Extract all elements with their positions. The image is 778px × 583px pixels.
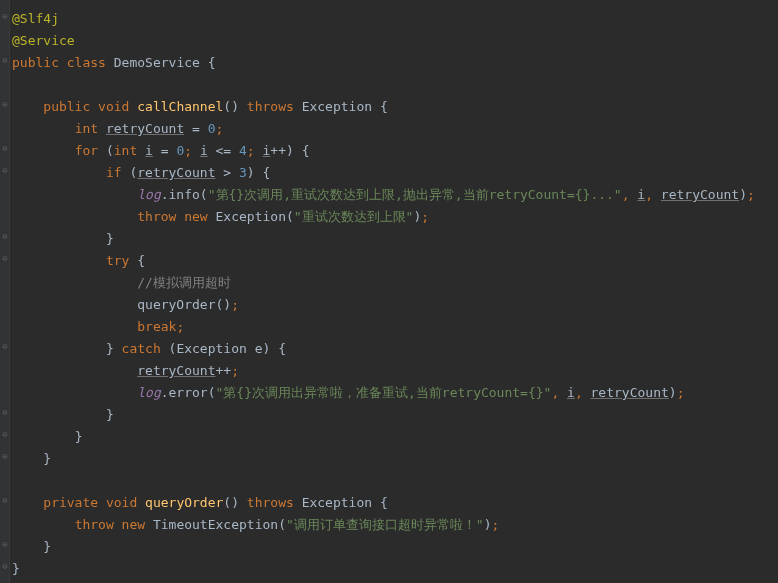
code-line[interactable]: } — [12, 536, 778, 558]
gutter-marker-icon: ⊖ — [1, 232, 9, 240]
code-line[interactable]: if (retryCount > 3) { — [12, 162, 778, 184]
code-line[interactable]: log.error("第{}次调用出异常啦，准备重试,当前retryCount=… — [12, 382, 778, 404]
code-line[interactable] — [12, 74, 778, 96]
gutter-marker-icon: ⊖ — [1, 254, 9, 262]
code-line[interactable]: private void queryOrder() throws Excepti… — [12, 492, 778, 514]
code-line[interactable]: public class DemoService { — [12, 52, 778, 74]
code-line[interactable]: } — [12, 448, 778, 470]
code-line[interactable]: throw new TimeoutException("调用订单查询接口超时异常… — [12, 514, 778, 536]
annotation: @Slf4j — [12, 11, 59, 26]
code-line[interactable]: break; — [12, 316, 778, 338]
code-line[interactable]: } catch (Exception e) { — [12, 338, 778, 360]
code-line[interactable] — [12, 470, 778, 492]
code-line[interactable]: } — [12, 404, 778, 426]
code-line[interactable]: log.info("第{}次调用,重试次数达到上限,抛出异常,当前retryCo… — [12, 184, 778, 206]
code-line[interactable]: } — [12, 426, 778, 448]
gutter-marker-icon: ⊖ — [1, 496, 9, 504]
gutter-marker-icon: ⊖ — [1, 430, 9, 438]
gutter-marker-icon: ⊖ — [1, 166, 9, 174]
code-line[interactable]: try { — [12, 250, 778, 272]
code-line[interactable]: //模拟调用超时 — [12, 272, 778, 294]
editor-gutter: ⊖ ⊖ ⊖ ⊖ ⊖ ⊖ ⊖ ⊖ ⊖ ⊖ ⊖ ⊖ ⊖ ⊖ — [0, 0, 10, 583]
gutter-marker-icon: ⊖ — [1, 100, 9, 108]
gutter-marker-icon: ⊖ — [1, 56, 9, 64]
gutter-marker-icon: ⊖ — [1, 408, 9, 416]
code-line[interactable]: throw new Exception("重试次数达到上限"); — [12, 206, 778, 228]
code-editor[interactable]: @Slf4j @Service public class DemoService… — [0, 0, 778, 580]
gutter-marker-icon: ⊖ — [1, 452, 9, 460]
gutter-marker-icon: ⊖ — [1, 562, 9, 570]
code-line[interactable]: } — [12, 228, 778, 250]
annotation: @Service — [12, 33, 75, 48]
code-line[interactable]: int retryCount = 0; — [12, 118, 778, 140]
gutter-marker-icon: ⊖ — [1, 144, 9, 152]
code-line[interactable]: for (int i = 0; i <= 4; i++) { — [12, 140, 778, 162]
code-line[interactable]: public void callChannel() throws Excepti… — [12, 96, 778, 118]
code-line[interactable]: } — [12, 558, 778, 580]
code-line[interactable]: queryOrder(); — [12, 294, 778, 316]
code-line[interactable]: @Service — [12, 30, 778, 52]
gutter-marker-icon: ⊖ — [1, 12, 9, 20]
code-line[interactable]: @Slf4j — [12, 8, 778, 30]
gutter-marker-icon: ⊖ — [1, 540, 9, 548]
gutter-marker-icon: ⊖ — [1, 342, 9, 350]
code-line[interactable]: retryCount++; — [12, 360, 778, 382]
